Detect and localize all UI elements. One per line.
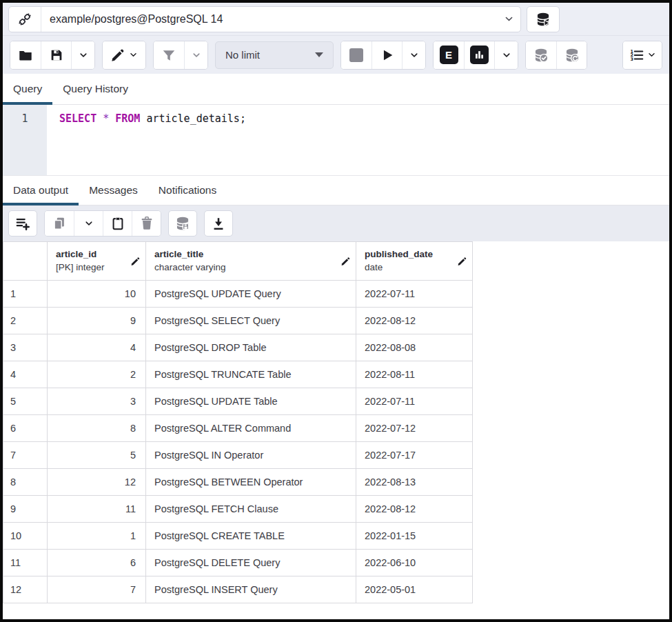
- row-number-cell[interactable]: 8: [3, 469, 48, 496]
- column-header-article-title[interactable]: article_title character varying: [146, 242, 356, 281]
- new-connection-button[interactable]: [527, 6, 560, 32]
- cell-published-date[interactable]: 2022-08-08: [356, 334, 473, 361]
- explain-menu-button[interactable]: [494, 41, 518, 69]
- row-number-cell[interactable]: 12: [3, 576, 48, 603]
- row-number-cell[interactable]: 10: [3, 523, 48, 550]
- edit-menu-button[interactable]: [103, 41, 145, 69]
- table-row: 75PostgreSQL IN Operator2022-07-17: [3, 442, 473, 469]
- row-number-cell[interactable]: 4: [3, 361, 48, 388]
- bar-chart-icon: [470, 46, 489, 64]
- copy-menu-button[interactable]: [74, 211, 103, 236]
- cell-published-date[interactable]: 2022-07-17: [356, 442, 473, 469]
- cell-article-title[interactable]: PostgreSQL BETWEEN Operator: [146, 469, 356, 496]
- save-data-changes-button[interactable]: [168, 210, 197, 237]
- cell-article-id[interactable]: 4: [48, 334, 146, 361]
- macros-menu-button[interactable]: [623, 41, 662, 69]
- cell-article-id[interactable]: 7: [48, 576, 146, 603]
- cell-article-title[interactable]: PostgreSQL SELECT Query: [146, 308, 356, 334]
- cell-article-title[interactable]: PostgreSQL DELETE Query: [146, 550, 356, 576]
- row-number-cell[interactable]: 1: [3, 281, 48, 308]
- chevron-down-icon[interactable]: [497, 14, 520, 24]
- save-button[interactable]: [41, 41, 71, 69]
- delete-row-button[interactable]: [132, 211, 161, 236]
- rollback-button[interactable]: [556, 41, 587, 69]
- stop-square-icon: [349, 48, 363, 62]
- cell-article-id[interactable]: 6: [48, 550, 146, 576]
- data-output-grid: article_id [PK] integer article_title ch…: [3, 241, 669, 619]
- filter-button[interactable]: [154, 41, 184, 69]
- sql-code-area[interactable]: SELECT * FROM article_details;: [47, 105, 669, 175]
- cell-article-title[interactable]: PostgreSQL UPDATE Query: [146, 281, 356, 308]
- cell-published-date[interactable]: 2022-08-11: [356, 361, 473, 388]
- cell-article-id[interactable]: 8: [48, 415, 146, 442]
- commit-button[interactable]: [526, 41, 556, 69]
- cell-published-date[interactable]: 2022-06-10: [356, 550, 473, 576]
- filter-menu-button[interactable]: [184, 41, 207, 69]
- tab-messages[interactable]: Messages: [79, 176, 148, 205]
- cell-article-id[interactable]: 2: [48, 361, 146, 388]
- cell-article-title[interactable]: PostgreSQL ALTER Command: [146, 415, 356, 442]
- cell-published-date[interactable]: 2022-08-13: [356, 469, 473, 496]
- paste-button[interactable]: [103, 211, 132, 236]
- cell-published-date[interactable]: 2022-05-01: [356, 576, 473, 603]
- tab-notifications[interactable]: Notifications: [148, 176, 227, 205]
- folder-icon: [18, 48, 33, 63]
- connection-dropdown[interactable]: example/postgres@PostgreSQL 14: [8, 6, 521, 32]
- copy-button[interactable]: [45, 211, 74, 236]
- chevron-down-icon: [192, 50, 201, 60]
- save-menu-button[interactable]: [71, 41, 94, 69]
- column-header-article-id[interactable]: article_id [PK] integer: [48, 242, 146, 281]
- cell-article-id[interactable]: 11: [48, 496, 146, 523]
- add-row-button[interactable]: [8, 210, 37, 237]
- cell-article-id[interactable]: 10: [48, 281, 146, 308]
- tab-query-history[interactable]: Query History: [52, 74, 139, 104]
- explain-button[interactable]: E: [434, 41, 464, 69]
- cell-article-id[interactable]: 12: [48, 469, 146, 496]
- row-number-cell[interactable]: 5: [3, 388, 48, 415]
- query-toolbar: No limit E: [3, 36, 669, 74]
- cell-article-title[interactable]: PostgreSQL CREATE TABLE: [146, 523, 356, 550]
- cell-article-id[interactable]: 5: [48, 442, 146, 469]
- cell-article-title[interactable]: PostgreSQL FETCH Clause: [146, 496, 356, 523]
- output-tab-bar: Data output Messages Notifications: [3, 176, 669, 205]
- cell-published-date[interactable]: 2022-07-11: [356, 281, 473, 308]
- cell-article-title[interactable]: PostgreSQL DROP Table: [146, 334, 356, 361]
- cell-published-date[interactable]: 2022-01-15: [356, 523, 473, 550]
- stop-button[interactable]: [341, 41, 371, 69]
- cell-published-date[interactable]: 2022-07-11: [356, 388, 473, 415]
- results-toolbar: [3, 205, 669, 241]
- row-number-cell[interactable]: 2: [3, 308, 48, 334]
- cell-published-date[interactable]: 2022-07-12: [356, 415, 473, 442]
- cell-article-title[interactable]: PostgreSQL IN Operator: [146, 442, 356, 469]
- row-number-cell[interactable]: 7: [3, 442, 48, 469]
- cell-article-id[interactable]: 9: [48, 308, 146, 334]
- sql-keyword: SELECT: [59, 112, 96, 125]
- tab-data-output[interactable]: Data output: [3, 176, 79, 205]
- download-results-button[interactable]: [204, 210, 233, 237]
- row-number-cell[interactable]: 3: [3, 334, 48, 361]
- cell-article-title[interactable]: PostgreSQL INSERT Query: [146, 576, 356, 603]
- cell-article-id[interactable]: 3: [48, 388, 146, 415]
- table-row: 127PostgreSQL INSERT Query2022-05-01: [3, 576, 473, 603]
- cell-published-date[interactable]: 2022-08-12: [356, 308, 473, 334]
- row-number-header[interactable]: [3, 242, 48, 281]
- results-table-header: article_id [PK] integer article_title ch…: [3, 242, 473, 281]
- cell-article-title[interactable]: PostgreSQL UPDATE Table: [146, 388, 356, 415]
- cell-article-title[interactable]: PostgreSQL TRUNCATE Table: [146, 361, 356, 388]
- execute-button-group: [340, 41, 426, 70]
- chevron-down-icon: [409, 50, 419, 60]
- cell-published-date[interactable]: 2022-08-12: [356, 496, 473, 523]
- execute-menu-button[interactable]: [402, 41, 425, 69]
- explain-analyze-button[interactable]: [464, 41, 494, 69]
- tab-query[interactable]: Query: [3, 74, 52, 104]
- row-number-cell[interactable]: 9: [3, 496, 48, 523]
- row-number-cell[interactable]: 6: [3, 415, 48, 442]
- cell-article-id[interactable]: 1: [48, 523, 146, 550]
- column-header-published-date[interactable]: published_date date: [356, 242, 473, 281]
- open-file-button[interactable]: [10, 41, 41, 69]
- chevron-down-icon: [79, 50, 88, 60]
- row-limit-dropdown[interactable]: No limit: [215, 41, 334, 69]
- row-number-cell[interactable]: 11: [3, 550, 48, 576]
- execute-button[interactable]: [371, 41, 402, 69]
- chevron-down-icon: [84, 219, 94, 228]
